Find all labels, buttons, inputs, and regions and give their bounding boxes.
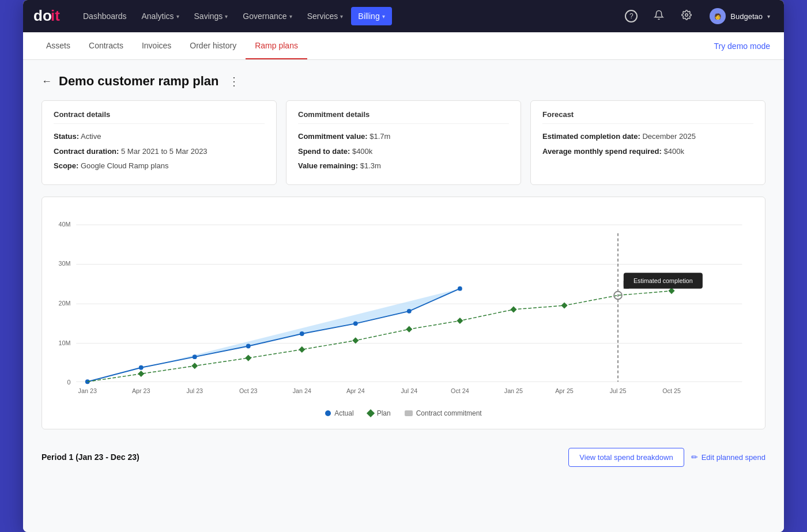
nav-right: ? 🧑 (622, 6, 775, 27)
bottom-bar: Period 1 (Jan 23 - Dec 23) View total sp… (42, 439, 765, 467)
contract-status-row: Status: Active (54, 131, 265, 142)
monthly-spend-row: Average monthly spend required: $400k (542, 146, 753, 157)
analytics-chevron-icon: ▾ (176, 13, 179, 20)
user-chevron-icon: ▾ (767, 13, 770, 20)
governance-chevron-icon: ▾ (289, 13, 292, 20)
chart-legend: Actual Plan Contract commitment (54, 409, 753, 417)
bottom-actions: View total spend breakdown ✏ Edit planne… (568, 448, 765, 467)
legend-contract-icon (405, 410, 413, 416)
svg-text:Jul 23: Jul 23 (186, 387, 203, 394)
svg-text:Oct 23: Oct 23 (239, 387, 258, 394)
legend-contract: Contract commitment (405, 409, 482, 417)
chart-card: 40M 30M 20M 10M 0 (42, 197, 765, 429)
svg-point-17 (246, 344, 251, 348)
contract-scope-row: Scope: Google Cloud Ramp plans (54, 160, 265, 172)
svg-text:Oct 25: Oct 25 (662, 387, 681, 394)
spend-to-date-row: Spend to date: $400k (298, 146, 509, 157)
tab-contracts[interactable]: Contracts (80, 32, 133, 59)
svg-point-2 (685, 13, 688, 16)
sub-nav: Assets Contracts Invoices Order history … (23, 32, 784, 60)
page-title: Demo customer ramp plan (59, 74, 219, 89)
top-nav: do it Dashboards Analytics ▾ Savings ▾ G… (23, 0, 784, 32)
tab-order-history[interactable]: Order history (180, 32, 246, 59)
svg-text:Oct 24: Oct 24 (451, 387, 469, 394)
svg-text:Apr 23: Apr 23 (132, 387, 150, 394)
svg-rect-26 (352, 337, 359, 344)
commitment-details-title: Commitment details (298, 110, 509, 124)
nav-item-governance[interactable]: Governance ▾ (236, 7, 299, 25)
svg-point-21 (458, 286, 462, 290)
view-breakdown-button[interactable]: View total spend breakdown (568, 448, 684, 467)
nav-items: Dashboards Analytics ▾ Savings ▾ Governa… (76, 7, 620, 25)
ramp-plan-chart: 40M 30M 20M 10M 0 (54, 209, 753, 405)
svg-point-19 (353, 321, 358, 326)
billing-chevron-icon: ▾ (382, 13, 385, 20)
svg-text:Jan 25: Jan 25 (504, 387, 523, 394)
commitment-details-card: Commitment details Commitment value: $1.… (286, 100, 521, 185)
svg-rect-27 (406, 326, 412, 332)
legend-plan: Plan (368, 409, 391, 417)
nav-item-savings[interactable]: Savings ▾ (187, 7, 235, 25)
legend-actual: Actual (325, 409, 353, 417)
svg-rect-29 (510, 306, 516, 312)
help-button[interactable]: ? (622, 7, 640, 25)
svg-point-16 (193, 354, 197, 359)
user-name: Budgetao (730, 12, 763, 21)
period-label: Period 1 (Jan 23 - Dec 23) (42, 452, 139, 462)
svg-text:do: do (33, 7, 52, 24)
tab-invoices[interactable]: Invoices (133, 32, 180, 59)
nav-item-dashboards[interactable]: Dashboards (76, 7, 134, 25)
settings-button[interactable] (677, 7, 696, 25)
tab-assets[interactable]: Assets (37, 32, 80, 59)
nav-item-services[interactable]: Services ▾ (300, 7, 350, 25)
chart-wrapper: 40M 30M 20M 10M 0 (54, 209, 753, 405)
svg-text:20M: 20M (58, 300, 70, 307)
svg-point-15 (139, 365, 144, 369)
app-window: do it Dashboards Analytics ▾ Savings ▾ G… (23, 0, 784, 532)
contract-details-title: Contract details (54, 110, 265, 124)
svg-marker-13 (88, 288, 460, 382)
tab-ramp-plans[interactable]: Ramp plans (246, 32, 307, 59)
nav-item-analytics[interactable]: Analytics ▾ (135, 7, 186, 25)
svg-text:0: 0 (67, 379, 70, 386)
contract-duration-row: Contract duration: 5 Mar 2021 to 5 Mar 2… (54, 146, 265, 157)
user-menu[interactable]: 🧑 Budgetao ▾ (705, 6, 775, 27)
gear-icon (681, 10, 692, 23)
notifications-button[interactable] (650, 7, 668, 25)
svg-point-18 (300, 331, 304, 336)
svg-rect-22 (138, 370, 144, 376)
savings-chevron-icon: ▾ (225, 13, 228, 20)
svg-text:it: it (51, 7, 60, 24)
svg-text:Jan 24: Jan 24 (293, 387, 311, 394)
svg-text:10M: 10M (58, 339, 70, 346)
forecast-title: Forecast (542, 110, 753, 124)
main-content: ← Demo customer ramp plan ⋮ Contract det… (23, 60, 784, 532)
svg-text:Apr 24: Apr 24 (346, 387, 365, 394)
commitment-value-row: Commitment value: $1.7m (298, 131, 509, 142)
try-demo-button[interactable]: Try demo mode (714, 41, 770, 51)
contract-details-card: Contract details Status: Active Contract… (42, 100, 277, 185)
svg-rect-28 (457, 317, 463, 323)
svg-rect-23 (191, 363, 198, 369)
svg-rect-30 (561, 302, 567, 308)
back-button[interactable]: ← (42, 76, 52, 88)
edit-icon: ✏ (691, 452, 698, 462)
bell-icon (654, 10, 664, 23)
svg-rect-25 (299, 346, 305, 352)
svg-text:Estimated completion: Estimated completion (633, 277, 693, 284)
sub-nav-items: Assets Contracts Invoices Order history … (37, 32, 714, 59)
forecast-card: Forecast Estimated completion date: Dece… (530, 100, 765, 185)
more-options-button[interactable]: ⋮ (228, 74, 240, 88)
svg-text:40M: 40M (58, 220, 70, 227)
svg-text:Apr 25: Apr 25 (555, 387, 574, 394)
help-icon: ? (625, 10, 638, 22)
logo[interactable]: do it (32, 6, 67, 27)
svg-text:Jul 24: Jul 24 (401, 387, 417, 394)
nav-item-billing[interactable]: Billing ▾ (351, 7, 391, 25)
cards-row: Contract details Status: Active Contract… (42, 100, 765, 185)
edit-planned-spend-button[interactable]: ✏ Edit planned spend (691, 452, 765, 462)
svg-rect-24 (245, 354, 251, 361)
legend-plan-icon (367, 409, 375, 417)
completion-date-row: Estimated completion date: December 2025 (542, 131, 753, 142)
svg-text:Jul 25: Jul 25 (610, 387, 627, 394)
